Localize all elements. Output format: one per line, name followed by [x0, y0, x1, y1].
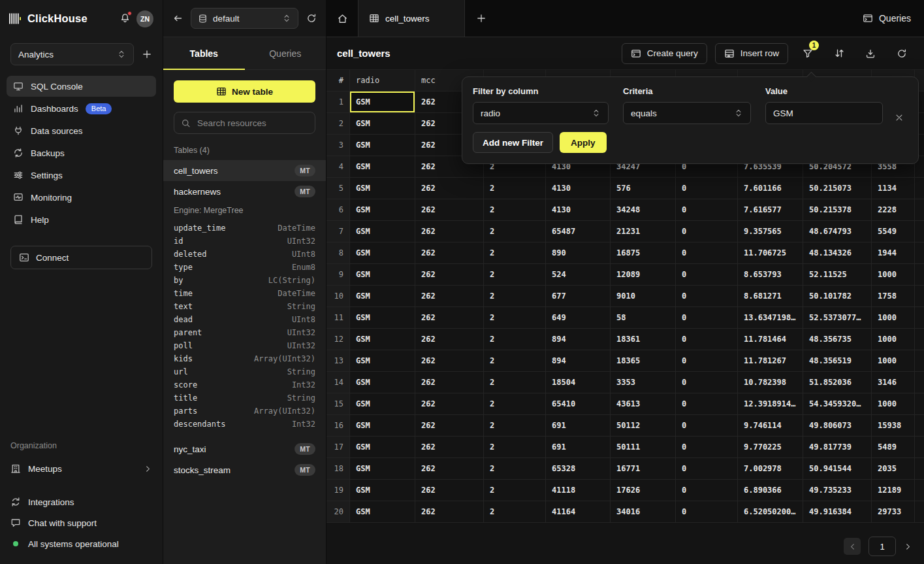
cell[interactable]: 50.101782	[803, 286, 872, 307]
cell[interactable]: 49.916384	[803, 501, 872, 523]
cell[interactable]: 48.356519	[803, 350, 872, 372]
refresh-icon[interactable]	[306, 13, 317, 24]
cell[interactable]: 262	[415, 372, 484, 393]
footer-item-chat-with-support[interactable]: Chat with support	[10, 513, 152, 533]
refresh-table-button[interactable]	[890, 43, 914, 64]
cell[interactable]: GSM	[350, 393, 415, 415]
cell[interactable]: 262	[415, 350, 484, 372]
cell[interactable]: 2	[484, 307, 546, 329]
new-table-button[interactable]: New table	[174, 80, 315, 103]
cell[interactable]: GSM	[350, 329, 415, 350]
cell[interactable]: 262	[415, 458, 484, 480]
cell[interactable]: 50.941544	[803, 458, 872, 480]
cell[interactable]: 65328	[546, 458, 611, 480]
cell[interactable]: 7.002978	[738, 458, 803, 480]
cell[interactable]: 0	[676, 221, 738, 242]
cell[interactable]: GSM	[350, 264, 415, 286]
cell[interactable]: 7.601166	[738, 178, 803, 199]
table-item-nyc-taxi[interactable]: nyc_taxiMT	[163, 439, 326, 459]
queries-button[interactable]: Queries	[850, 0, 924, 37]
cell[interactable]: 2228	[872, 199, 915, 221]
cell[interactable]: 34016	[611, 501, 676, 523]
cell[interactable]: 2	[484, 480, 546, 501]
cell[interactable]: 11.781464	[738, 329, 803, 350]
cell[interactable]: GSM	[350, 286, 415, 307]
column-header[interactable]: #	[327, 70, 350, 91]
cell[interactable]: 51.852036	[803, 372, 872, 393]
cell[interactable]: 890	[546, 242, 611, 264]
sidebar-item-backups[interactable]: Backups	[7, 142, 156, 163]
sidebar-item-data-sources[interactable]: Data sources	[7, 120, 156, 141]
cell[interactable]: 2	[484, 329, 546, 350]
cell[interactable]: 5549	[872, 221, 915, 242]
cell[interactable]: GSM	[350, 307, 415, 329]
cell[interactable]: GSM	[350, 178, 415, 199]
cell[interactable]: 34248	[611, 199, 676, 221]
apply-filter-button[interactable]: Apply	[560, 132, 607, 153]
database-select[interactable]: default	[191, 8, 298, 29]
cell[interactable]: 6.52050200…	[738, 501, 803, 523]
create-query-button[interactable]: Create query	[622, 43, 707, 64]
column-header[interactable]: radio	[350, 70, 415, 91]
tab-cell-towers[interactable]: cell_towers	[358, 0, 465, 37]
cell[interactable]: GSM	[350, 135, 415, 156]
cell[interactable]: 15938	[872, 415, 915, 437]
cell[interactable]: 2	[484, 286, 546, 307]
cell[interactable]: 262	[415, 199, 484, 221]
cell[interactable]: GSM	[350, 199, 415, 221]
cell[interactable]: 4130	[546, 199, 611, 221]
cell[interactable]: 6.890366	[738, 480, 803, 501]
cell[interactable]: 1000	[872, 307, 915, 329]
cell[interactable]: 29733	[872, 501, 915, 523]
search-input[interactable]	[196, 118, 308, 129]
cell[interactable]: 2035	[872, 458, 915, 480]
cell[interactable]: 9010	[611, 286, 676, 307]
cell[interactable]: 262	[415, 437, 484, 458]
cell[interactable]: GSM	[350, 91, 415, 113]
cell[interactable]: 41164	[546, 501, 611, 523]
cell[interactable]: 0	[676, 480, 738, 501]
connect-button[interactable]: Connect	[10, 246, 152, 269]
cell[interactable]: 894	[546, 329, 611, 350]
cell[interactable]: 49.735233	[803, 480, 872, 501]
table-item-stocks-stream[interactable]: stocks_streamMT	[163, 459, 326, 480]
cell[interactable]: GSM	[350, 458, 415, 480]
filter-value-input[interactable]	[765, 102, 883, 124]
cell[interactable]: 262	[415, 286, 484, 307]
cell[interactable]: 48.356735	[803, 329, 872, 350]
cell[interactable]: 262	[415, 501, 484, 523]
cell[interactable]: 0	[676, 199, 738, 221]
prev-page-button[interactable]	[844, 538, 861, 555]
cell[interactable]: 2	[484, 350, 546, 372]
cell[interactable]: 0	[676, 178, 738, 199]
cell[interactable]: 1134	[872, 178, 915, 199]
cell[interactable]: 2	[484, 501, 546, 523]
sort-button[interactable]	[827, 43, 851, 64]
cell[interactable]: 1000	[872, 350, 915, 372]
cell[interactable]: 3353	[611, 372, 676, 393]
add-workspace-button[interactable]	[142, 49, 152, 59]
cell[interactable]: 262	[415, 264, 484, 286]
cell[interactable]: 0	[676, 242, 738, 264]
cell[interactable]: GSM	[350, 501, 415, 523]
cell[interactable]: 43613	[611, 393, 676, 415]
table-item-cell-towers[interactable]: cell_towersMT	[163, 160, 326, 181]
cell[interactable]: 48.134326	[803, 242, 872, 264]
cell[interactable]: 0	[676, 329, 738, 350]
cell[interactable]: 262	[415, 415, 484, 437]
cell[interactable]: GSM	[350, 221, 415, 242]
cell[interactable]: 0	[676, 350, 738, 372]
insert-row-button[interactable]: Insert row	[715, 43, 788, 64]
footer-item-all-systems-operational[interactable]: All systems operational	[10, 534, 152, 554]
cell[interactable]: 2	[484, 393, 546, 415]
cell[interactable]: 58	[611, 307, 676, 329]
cell[interactable]: 262	[415, 178, 484, 199]
footer-item-integrations[interactable]: Integrations	[10, 492, 152, 512]
cell[interactable]: 3146	[872, 372, 915, 393]
cell[interactable]: GSM	[350, 350, 415, 372]
cell[interactable]: 2	[484, 415, 546, 437]
close-filter-icon[interactable]	[891, 112, 908, 125]
filter-column-select[interactable]: radio	[473, 102, 609, 124]
filter-button[interactable]: 1	[796, 43, 820, 64]
cell[interactable]: 1000	[872, 264, 915, 286]
